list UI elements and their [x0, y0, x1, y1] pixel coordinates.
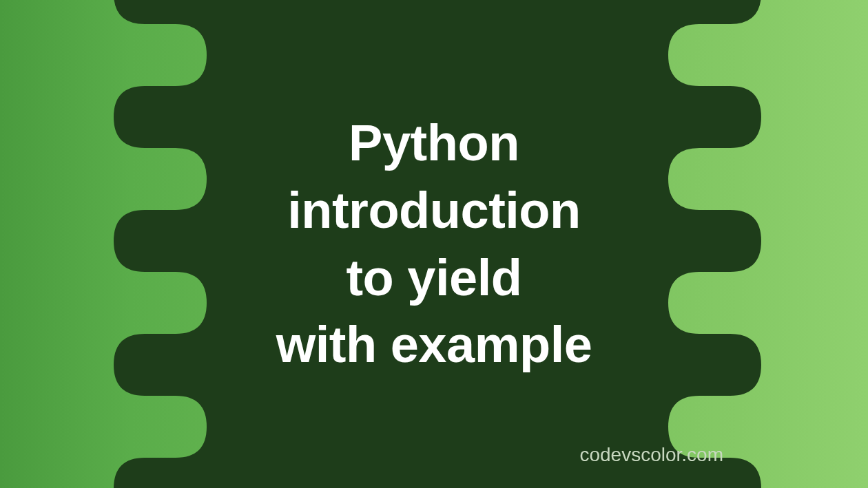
title-line-3: to yield — [346, 249, 521, 306]
watermark-text: codevscolor.com — [579, 444, 723, 466]
main-title: Python introduction to yield with exampl… — [276, 109, 592, 379]
title-line-4: with example — [276, 316, 592, 373]
content-container: Python introduction to yield with exampl… — [0, 0, 868, 488]
title-line-2: introduction — [287, 182, 581, 239]
title-line-1: Python — [349, 114, 519, 171]
